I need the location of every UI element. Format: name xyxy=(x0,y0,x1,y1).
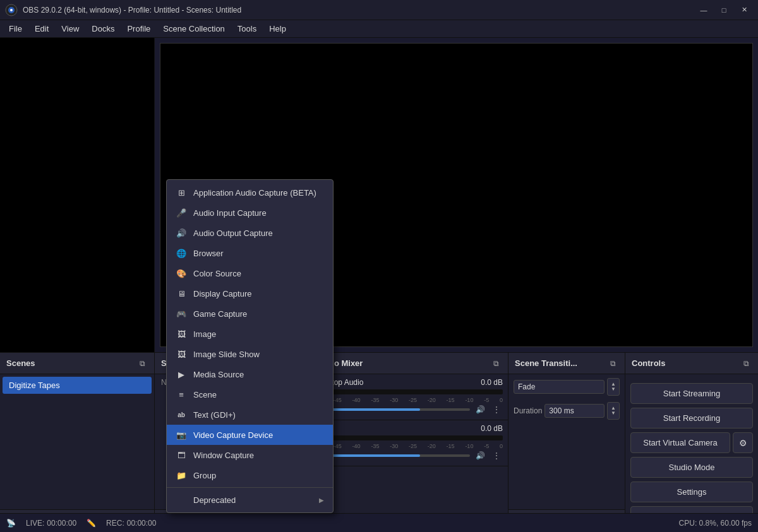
transition-select-row: Fade ▲ ▼ xyxy=(514,378,620,396)
maximize-button[interactable]: □ xyxy=(715,4,733,16)
meter-labels-2: -50-45-40-35-30-25-20-15-10-50 xyxy=(315,443,503,449)
duration-value[interactable]: 300 ms xyxy=(544,404,605,418)
ctx-video-capture-device[interactable]: 📷 Video Capture Device xyxy=(167,425,333,445)
desktop-audio-db: 0.0 dB xyxy=(481,378,503,387)
deprecated-arrow: ▶ xyxy=(319,497,324,504)
deprecated-icon xyxy=(176,494,187,505)
desktop-audio-track: Desktop Audio 0.0 dB -50-45-40-35-30-25-… xyxy=(310,374,508,420)
controls-panel-title: Controls xyxy=(632,358,665,368)
desktop-vol-slider[interactable] xyxy=(315,408,470,411)
menu-scene-collection[interactable]: Scene Collection xyxy=(157,22,231,35)
browser-icon: 🌐 xyxy=(176,247,187,259)
scene-list: Digitize Tapes xyxy=(0,374,154,509)
menu-tools[interactable]: Tools xyxy=(231,22,263,35)
scene-icon: ≡ xyxy=(176,389,187,400)
ctx-browser[interactable]: 🌐 Browser xyxy=(167,243,333,263)
virtual-camera-settings-button[interactable]: ⚙ xyxy=(733,432,753,453)
desktop-audio-mute-btn[interactable]: 🔊 xyxy=(474,403,486,416)
menu-file[interactable]: File xyxy=(3,22,28,35)
speaker-icon: 🔊 xyxy=(176,227,187,239)
media-icon: ▶ xyxy=(176,369,187,380)
rec-time: REC: 00:00:00 xyxy=(106,519,156,528)
duration-spin[interactable]: ▲ ▼ xyxy=(607,402,620,420)
transitions-panel-header: Scene Transiti... ⧉ xyxy=(508,353,625,374)
scenes-undock-btn[interactable]: ⧉ xyxy=(136,358,148,369)
ctx-app-audio-capture[interactable]: ⊞ Application Audio Capture (BETA) xyxy=(167,182,333,203)
scene-item-digitize-tapes[interactable]: Digitize Tapes xyxy=(3,377,152,394)
camera-icon: 📷 xyxy=(176,429,187,440)
menu-docks[interactable]: Docks xyxy=(85,22,121,35)
duration-row: Duration 300 ms ▲ ▼ xyxy=(508,399,625,422)
settings-button[interactable]: Settings xyxy=(630,482,753,502)
aux-audio-mute-btn[interactable]: 🔊 xyxy=(474,449,486,462)
start-streaming-button[interactable]: Start Streaming xyxy=(630,383,753,404)
minimize-button[interactable]: — xyxy=(695,4,713,16)
text-icon: ab xyxy=(176,409,187,420)
menu-help[interactable]: Help xyxy=(263,22,292,35)
game-icon: 🎮 xyxy=(176,308,187,319)
image-icon: 🖼 xyxy=(176,328,187,340)
scenes-panel-header: Scenes ⧉ xyxy=(0,353,154,374)
scenes-panel: Scenes ⧉ Digitize Tapes + 🗑 ⚙ ▲ ▼ xyxy=(0,353,155,532)
aux-audio-track: Aux 0.0 dB -50-45-40-35-30-25-20-15-10-5… xyxy=(310,420,508,466)
display-icon: 🖥 xyxy=(176,288,187,299)
transitions-panel-title: Scene Transiti... xyxy=(515,358,577,368)
aux-audio-db: 0.0 dB xyxy=(481,424,503,433)
menu-view[interactable]: View xyxy=(55,22,85,35)
aux-audio-meter xyxy=(315,435,503,440)
ctx-color-source[interactable]: 🎨 Color Source xyxy=(167,263,333,283)
rec-icon: ✏️ xyxy=(87,519,96,528)
aux-audio-more-btn[interactable]: ⋮ xyxy=(490,449,503,462)
menubar: File Edit View Docks Profile Scene Colle… xyxy=(0,20,758,38)
audio-mixer-panel: Audio Mixer ⧉ Desktop Audio 0.0 dB -50-4… xyxy=(310,353,508,532)
ctx-audio-output-capture[interactable]: 🔊 Audio Output Capture xyxy=(167,223,333,243)
transition-type-select[interactable]: Fade xyxy=(514,380,605,394)
ctx-image-slide-show[interactable]: 🖼 Image Slide Show xyxy=(167,344,333,364)
ctx-scene[interactable]: ≡ Scene xyxy=(167,384,333,405)
controls-panel: Controls ⧉ Start Streaming Start Recordi… xyxy=(625,353,758,532)
group-icon: 📁 xyxy=(176,470,187,481)
window-title: OBS 29.0.2 (64-bit, windows) - Profile: … xyxy=(23,6,695,15)
window-controls: — □ ✕ xyxy=(695,4,753,16)
mic-icon: 🎤 xyxy=(176,207,187,218)
virtual-camera-row: Start Virtual Camera ⚙ xyxy=(630,432,753,453)
aux-vol-slider[interactable] xyxy=(315,454,470,457)
controls-undock-btn[interactable]: ⧉ xyxy=(740,358,752,369)
mixer-undock-btn[interactable]: ⧉ xyxy=(490,358,502,369)
ctx-display-capture[interactable]: 🖥 Display Capture xyxy=(167,283,333,304)
ctx-text-gdi[interactable]: ab Text (GDI+) xyxy=(167,405,333,425)
svg-point-2 xyxy=(10,9,13,11)
ctx-group[interactable]: 📁 Group xyxy=(167,465,333,485)
ctx-deprecated[interactable]: Deprecated ▶ xyxy=(167,490,333,510)
window-icon: 🗔 xyxy=(176,449,187,461)
desktop-audio-controls: 🔊 ⋮ xyxy=(315,403,503,416)
ctx-game-capture[interactable]: 🎮 Game Capture xyxy=(167,304,333,324)
start-virtual-camera-button[interactable]: Start Virtual Camera xyxy=(630,432,730,453)
controls-panel-header: Controls ⧉ xyxy=(625,353,758,374)
aux-audio-controls: 🔊 ⋮ xyxy=(315,449,503,462)
no-signal-icon: 📡 xyxy=(6,519,16,528)
transitions-undock-btn[interactable]: ⧉ xyxy=(607,358,618,369)
context-menu: ⊞ Application Audio Capture (BETA) 🎤 Aud… xyxy=(166,179,334,513)
ctx-media-source[interactable]: ▶ Media Source xyxy=(167,364,333,384)
ctx-separator xyxy=(167,487,333,488)
start-recording-button[interactable]: Start Recording xyxy=(630,408,753,429)
duration-label: Duration xyxy=(514,406,542,415)
transition-type-spin[interactable]: ▲ ▼ xyxy=(607,378,620,396)
app-logo xyxy=(5,4,18,16)
menu-profile[interactable]: Profile xyxy=(121,22,157,35)
ctx-window-capture[interactable]: 🗔 Window Capture xyxy=(167,445,333,465)
ctx-image[interactable]: 🖼 Image xyxy=(167,324,333,344)
desktop-audio-meter xyxy=(315,389,503,394)
slideshow-icon: 🖼 xyxy=(176,348,187,360)
meter-labels-1: -50-45-40-35-30-25-20-15-10-50 xyxy=(315,397,503,403)
cpu-usage: CPU: 0.8%, 60.00 fps xyxy=(679,519,752,528)
scenes-panel-title: Scenes xyxy=(6,358,35,368)
menu-edit[interactable]: Edit xyxy=(28,22,55,35)
desktop-audio-more-btn[interactable]: ⋮ xyxy=(490,403,503,416)
app-audio-icon: ⊞ xyxy=(176,187,187,198)
ctx-audio-input-capture[interactable]: 🎤 Audio Input Capture xyxy=(167,203,333,223)
titlebar: OBS 29.0.2 (64-bit, windows) - Profile: … xyxy=(0,0,758,20)
studio-mode-button[interactable]: Studio Mode xyxy=(630,457,753,478)
close-button[interactable]: ✕ xyxy=(735,4,753,16)
